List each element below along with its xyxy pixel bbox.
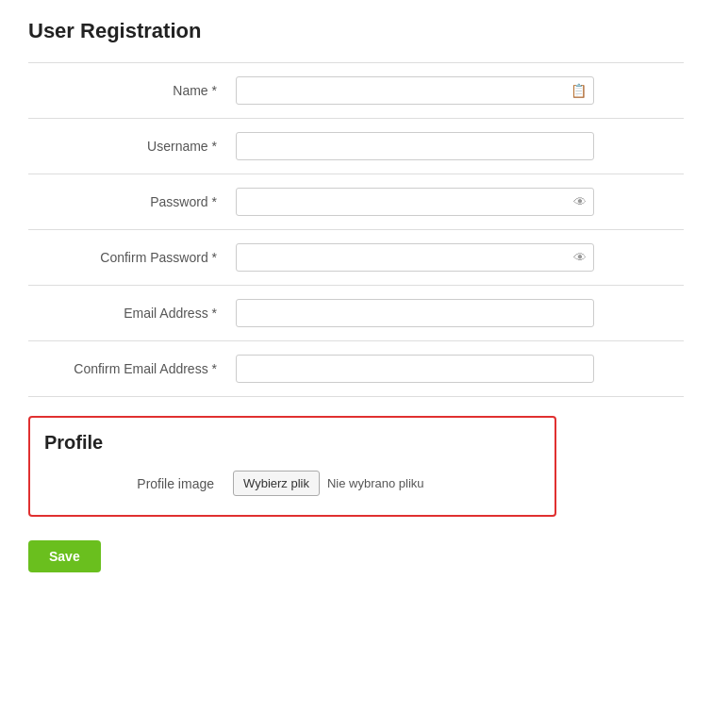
label-username: Username * <box>28 139 236 154</box>
password-visibility-icon[interactable]: 👁 <box>573 194 587 209</box>
profile-section-title: Profile <box>44 432 540 454</box>
username-input[interactable] <box>236 132 594 160</box>
label-email: Email Address * <box>28 306 236 321</box>
page-title: User Registration <box>28 19 684 43</box>
input-wrapper-confirm-email <box>236 355 594 383</box>
save-button[interactable]: Save <box>28 540 101 572</box>
field-row-name: Name * 📋 <box>28 63 684 119</box>
profile-image-row: Profile image Wybierz plik Nie wybrano p… <box>44 471 540 496</box>
profile-section: Profile Profile image Wybierz plik Nie w… <box>28 416 556 517</box>
label-password: Password * <box>28 194 236 209</box>
input-wrapper-email <box>236 299 594 327</box>
confirm-password-visibility-icon[interactable]: 👁 <box>573 250 587 265</box>
choose-file-button[interactable]: Wybierz plik <box>233 471 320 496</box>
field-row-password: Password * 👁 <box>28 174 684 230</box>
field-row-confirm-password: Confirm Password * 👁 <box>28 230 684 286</box>
password-input[interactable] <box>236 188 594 216</box>
field-row-email: Email Address * <box>28 286 684 341</box>
registration-form: Name * 📋 Username * Password * 👁 Confirm… <box>28 62 684 397</box>
input-wrapper-name: 📋 <box>236 76 594 105</box>
input-wrapper-password: 👁 <box>236 188 594 216</box>
profile-image-label: Profile image <box>44 476 233 491</box>
name-input[interactable] <box>236 76 594 105</box>
no-file-text: Nie wybrano pliku <box>327 476 424 490</box>
input-wrapper-confirm-password: 👁 <box>236 243 594 272</box>
email-input[interactable] <box>236 299 594 327</box>
label-confirm-password: Confirm Password * <box>28 250 236 265</box>
name-icon: 📋 <box>571 83 587 98</box>
label-confirm-email: Confirm Email Address * <box>28 361 236 376</box>
field-row-confirm-email: Confirm Email Address * <box>28 341 684 397</box>
confirm-password-input[interactable] <box>236 243 594 272</box>
label-name: Name * <box>28 83 236 98</box>
file-input-wrapper: Wybierz plik Nie wybrano pliku <box>233 471 424 496</box>
field-row-username: Username * <box>28 119 684 174</box>
confirm-email-input[interactable] <box>236 355 594 383</box>
input-wrapper-username <box>236 132 594 160</box>
